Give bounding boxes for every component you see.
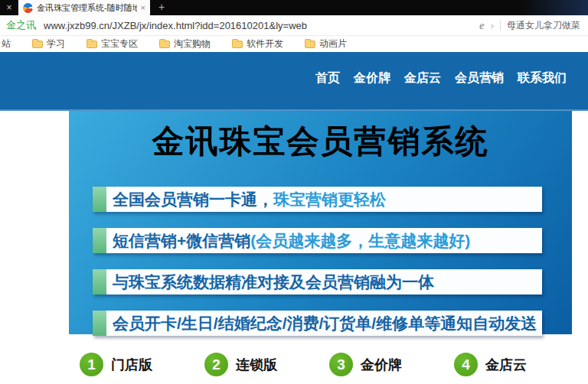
folder-icon <box>159 41 170 48</box>
product-item-gold-shop-cloud[interactable]: 4 金店云 <box>454 353 527 376</box>
feature-text: 全国会员营销一卡通， 珠宝营销更轻松 <box>106 187 542 212</box>
nav-item-gold-shop-cloud[interactable]: 金店云 <box>404 70 441 86</box>
feature-accent-block <box>93 228 106 253</box>
feature-accent-block <box>93 269 106 295</box>
number-badge: 4 <box>454 353 478 376</box>
feature-text: 与珠宝系统数据精准对接及会员营销融为一体 <box>106 269 542 295</box>
feature-text-sub: 珠宝营销更轻松 <box>273 189 386 210</box>
tab-close-icon[interactable]: × <box>141 3 145 12</box>
bookmark-label: 学习 <box>47 37 65 50</box>
feature-bar-national-card: 全国会员营销一卡通， 珠宝营销更轻松 <box>93 187 542 212</box>
feature-bar-auto-notification: 会员开卡/生日/结婚纪念/消费/订货单/维修单等通知自动发送 <box>93 311 542 336</box>
nav-item-home[interactable]: 首页 <box>315 70 340 86</box>
address-bar[interactable]: 金之讯 www.jxzb99.cn/JXZB/jx/index.html?idd… <box>0 15 588 36</box>
nav-item-member-marketing[interactable]: 会员营销 <box>455 70 504 86</box>
bookmark-item-partial[interactable]: 站 <box>2 37 11 50</box>
product-label: 门店版 <box>111 356 152 374</box>
bookmark-label: 动画片 <box>319 37 347 50</box>
product-item-chain-edition[interactable]: 2 连锁版 <box>204 353 277 376</box>
hero-banner: 金讯珠宝会员营销系统 全国会员营销一卡通， 珠宝营销更轻松 短信营销+微信营销 … <box>69 111 572 334</box>
chevron-right-icon[interactable]: › <box>491 20 494 31</box>
address-bar-right: e › 母通女儿拿刀做菜 <box>479 19 580 32</box>
feature-bar-sms-wechat: 短信营销+微信营销 (会员越来越多，生意越来越好) <box>93 228 542 253</box>
bookmark-folder-baby[interactable]: 宝宝专区 <box>87 37 138 50</box>
feature-text-main: 全国会员营销一卡通， <box>113 189 273 210</box>
bookmark-folder-study[interactable]: 学习 <box>32 37 65 50</box>
window-close-icon[interactable]: × <box>0 0 18 15</box>
bookmarks-bar: 站 学习 宝宝专区 淘宝购物 软件开发 动画片 <box>0 36 588 52</box>
number-badge: 1 <box>80 353 103 376</box>
browser-tab-bar: × 金讯珠宝管理系统-随时随地、掌握金 × + <box>0 0 588 15</box>
nav-item-contact-us[interactable]: 联系我们 <box>518 70 567 86</box>
feature-text-main: 会员开卡/生日/结婚纪念/消费/订货单/维修单等通知自动发送 <box>113 313 537 334</box>
feature-accent-block <box>93 311 106 336</box>
folder-icon <box>305 41 315 48</box>
product-item-gold-price-board[interactable]: 3 金价牌 <box>329 353 402 376</box>
bookmark-label: 淘宝购物 <box>174 37 211 50</box>
bookmark-folder-cartoon[interactable]: 动画片 <box>305 37 347 50</box>
feature-text-main: 短信营销+微信营销 <box>113 230 250 252</box>
feature-bar-data-integration: 与珠宝系统数据精准对接及会员营销融为一体 <box>93 269 542 295</box>
folder-icon <box>32 41 43 48</box>
site-nav-band: 首页 金价牌 金店云 会员营销 联系我们 <box>0 52 588 111</box>
tabbar-right-glow <box>519 0 588 15</box>
product-item-store-edition[interactable]: 1 门店版 <box>80 353 152 376</box>
feature-text-main: 与珠宝系统数据精准对接及会员营销融为一体 <box>113 272 434 293</box>
feature-text: 短信营销+微信营销 (会员越来越多，生意越来越好) <box>106 228 542 253</box>
bookmark-folder-software[interactable]: 软件开发 <box>232 37 283 50</box>
product-label: 金店云 <box>485 356 527 374</box>
bookmark-label: 软件开发 <box>247 37 283 50</box>
folder-icon <box>87 41 97 48</box>
feature-accent-block <box>93 187 106 212</box>
number-badge: 3 <box>329 353 353 376</box>
hot-search-suggestion[interactable]: 母通女儿拿刀做菜 <box>507 19 580 32</box>
hero-title: 金讯珠宝会员营销系统 <box>69 120 572 163</box>
bookmark-folder-taobao[interactable]: 淘宝购物 <box>159 37 211 50</box>
address-bar-divider <box>500 20 501 31</box>
bookmark-label: 宝宝专区 <box>101 37 138 50</box>
product-label: 连锁版 <box>236 356 277 374</box>
folder-icon <box>232 41 243 48</box>
feature-text-sub: (会员越来越多，生意越来越好) <box>250 230 470 252</box>
nav-item-gold-price-board[interactable]: 金价牌 <box>354 70 390 86</box>
tab-title: 金讯珠宝管理系统-随时随地、掌握金 <box>37 2 137 14</box>
verified-site-name[interactable]: 金之讯 <box>6 18 36 32</box>
site-favicon-icon <box>23 3 33 13</box>
browser-tab[interactable]: 金讯珠宝管理系统-随时随地、掌握金 × <box>18 0 150 15</box>
feature-text: 会员开卡/生日/结婚纪念/消费/订货单/维修单等通知自动发送 <box>106 311 542 336</box>
number-badge: 2 <box>204 353 228 376</box>
url-text[interactable]: www.jxzb99.cn/JXZB/jx/index.html?idd=201… <box>44 20 479 31</box>
ie-browser-icon[interactable]: e <box>479 19 485 32</box>
product-label: 金价牌 <box>361 356 402 374</box>
new-tab-button[interactable]: + <box>155 0 168 15</box>
site-nav-menu: 首页 金价牌 金店云 会员营销 联系我们 <box>315 70 567 86</box>
